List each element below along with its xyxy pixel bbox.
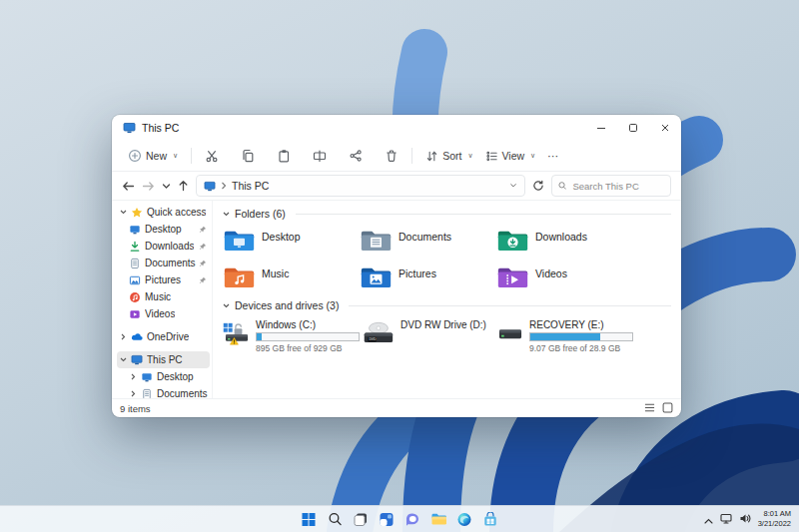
this-pc-icon: [131, 354, 144, 365]
sidebar-item-this-pc[interactable]: This PC: [117, 351, 210, 368]
folder-item-desktop[interactable]: Desktop: [223, 227, 360, 253]
rename-button[interactable]: [307, 146, 333, 166]
pin-icon: [199, 260, 208, 267]
folder-item-documents[interactable]: Documents: [360, 227, 496, 253]
tray-overflow-button[interactable]: [704, 510, 713, 528]
task-view-button[interactable]: [353, 511, 370, 528]
large-icons-view-button[interactable]: [662, 402, 673, 415]
up-button[interactable]: [178, 180, 189, 192]
minimize-button[interactable]: [585, 115, 617, 141]
recent-locations-button[interactable]: [162, 183, 171, 190]
task-view-icon: [354, 512, 369, 527]
taskbar-clock[interactable]: 8:01 AM 3/21/2022: [758, 509, 791, 529]
folders-section-header[interactable]: Folders (6): [223, 208, 671, 220]
chevron-right-icon: [221, 182, 227, 190]
sidebar-item-downloads[interactable]: Downloads: [117, 238, 210, 255]
new-button-label: New: [146, 150, 167, 162]
search-box[interactable]: [551, 175, 671, 197]
onedrive-cloud-icon: [131, 331, 144, 343]
desktop: { "window": { "title": "This PC", "toolb…: [0, 0, 799, 532]
title-bar[interactable]: This PC: [112, 115, 681, 141]
refresh-button[interactable]: [532, 180, 544, 192]
download-icon: [129, 241, 142, 253]
volume-icon[interactable]: [739, 510, 751, 528]
chevron-right-icon: [119, 333, 128, 340]
start-button[interactable]: [301, 511, 318, 528]
drive-name: DVD RW Drive (D:): [400, 319, 486, 330]
widgets-icon: [380, 512, 395, 527]
forward-button[interactable]: [142, 181, 155, 192]
plus-circle-icon: [128, 149, 142, 163]
search-input[interactable]: [570, 180, 664, 193]
chat-button[interactable]: [404, 511, 421, 528]
this-pc-icon: [123, 122, 136, 134]
drive-free-space: 895 GB free of 929 GB: [256, 343, 360, 353]
drive-item-windows-c[interactable]: Windows (C:) 895 GB free of 929 GB: [223, 318, 360, 353]
search-icon: [558, 181, 566, 191]
sort-icon: [425, 150, 438, 163]
paste-button[interactable]: [271, 146, 297, 166]
sidebar-item-music[interactable]: Music: [117, 288, 210, 305]
sidebar-item-pictures[interactable]: Pictures: [117, 271, 210, 288]
chevron-right-icon: [129, 390, 138, 397]
svg-text:DVD: DVD: [369, 337, 377, 341]
breadcrumb[interactable]: This PC: [196, 175, 525, 197]
address-dropdown-icon[interactable]: [509, 183, 517, 189]
sidebar-item-desktop[interactable]: Desktop: [117, 221, 210, 238]
sort-button[interactable]: Sort ∨: [419, 147, 478, 166]
share-icon: [349, 149, 363, 163]
maximize-button[interactable]: [617, 115, 649, 141]
folder-item-downloads[interactable]: Downloads: [496, 227, 633, 253]
rename-icon: [313, 149, 327, 163]
search-icon: [328, 512, 342, 526]
edge-icon: [457, 512, 472, 527]
drives-section-header[interactable]: Devices and drives (3): [223, 299, 671, 311]
dvd-drive-icon: DVD: [360, 318, 396, 349]
store-button[interactable]: [482, 511, 499, 528]
drive-item-dvd-d[interactable]: DVD DVD RW Drive (D:): [360, 318, 496, 353]
new-button[interactable]: New ∨: [122, 146, 184, 166]
paste-icon: [277, 149, 291, 163]
drive-usage-bar: [529, 332, 633, 341]
more-options-button[interactable]: ⋯: [541, 147, 565, 166]
trash-icon: [385, 149, 399, 163]
drive-item-recovery-e[interactable]: RECOVERY (E:) 9.07 GB free of 28.9 GB: [496, 318, 633, 353]
documents-folder-icon: [360, 227, 393, 253]
folder-item-pictures[interactable]: Pictures: [360, 264, 496, 289]
drive-name: RECOVERY (E:): [529, 319, 633, 330]
copy-button[interactable]: [235, 146, 261, 166]
sidebar-item-videos[interactable]: Videos: [117, 305, 210, 322]
delete-button[interactable]: [379, 146, 404, 166]
sidebar-item-onedrive[interactable]: OneDrive: [117, 328, 210, 345]
downloads-folder-icon: [496, 227, 529, 253]
document-icon: [141, 388, 154, 399]
drive-free-space: 9.07 GB free of 28.9 GB: [529, 343, 633, 353]
ellipsis-icon: ⋯: [547, 150, 559, 163]
view-button[interactable]: View ∨: [479, 147, 542, 166]
microsoft-store-icon: [483, 512, 498, 527]
sidebar-item-thispc-desktop[interactable]: Desktop: [117, 368, 210, 385]
file-explorer-button[interactable]: [430, 511, 447, 528]
drives-grid: Windows (C:) 895 GB free of 929 GB DVD: [223, 318, 671, 353]
details-view-button[interactable]: [644, 402, 655, 415]
cut-button[interactable]: [199, 146, 225, 166]
share-button[interactable]: [343, 146, 369, 166]
network-icon[interactable]: [720, 510, 732, 528]
chat-icon: [405, 512, 420, 527]
edge-button[interactable]: [456, 511, 473, 528]
close-button[interactable]: [649, 115, 681, 141]
sidebar-item-quick-access[interactable]: Quick access: [117, 204, 210, 221]
videos-icon: [129, 308, 142, 320]
sidebar-item-documents[interactable]: Documents: [117, 255, 210, 271]
widgets-button[interactable]: [379, 511, 396, 528]
file-explorer-icon: [430, 512, 446, 526]
document-icon: [129, 258, 142, 269]
sidebar-item-thispc-documents[interactable]: Documents: [117, 385, 210, 398]
chevron-down-icon: ∨: [467, 152, 472, 160]
taskbar-search-button[interactable]: [327, 511, 344, 528]
breadcrumb-location[interactable]: This PC: [232, 180, 269, 192]
folder-item-music[interactable]: Music: [223, 264, 360, 289]
back-button[interactable]: [122, 181, 135, 192]
pin-icon: [199, 243, 208, 251]
folder-item-videos[interactable]: Videos: [496, 264, 633, 289]
